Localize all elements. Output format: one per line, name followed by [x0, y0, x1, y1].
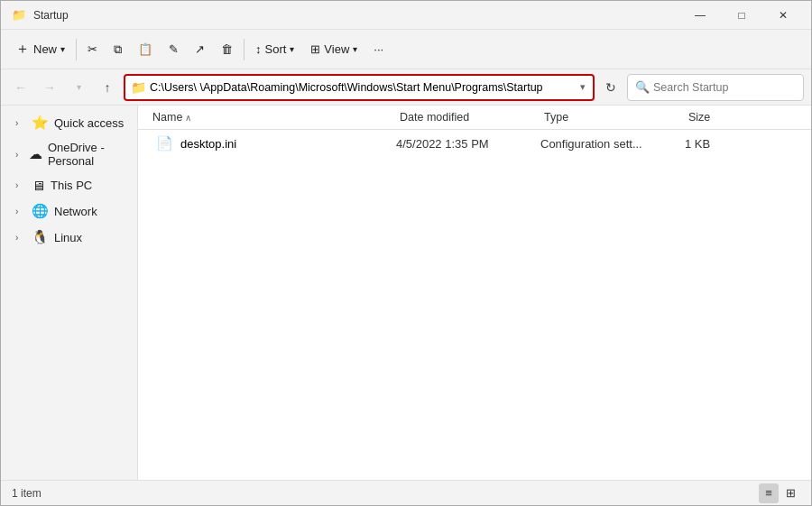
col-header-date[interactable]: Date modified: [400, 109, 544, 125]
linux-icon: 🐧: [32, 229, 49, 245]
expand-arrow-icon: ›: [15, 118, 26, 128]
sort-ascending-icon: ∧: [185, 113, 191, 123]
sidebar-item-label: This PC: [51, 179, 92, 192]
item-count: 1 item: [12, 487, 42, 500]
quick-access-icon: ⭐: [32, 115, 49, 131]
forward-button[interactable]: →: [37, 75, 62, 100]
address-input-wrap[interactable]: 📁 C:\Users\ \AppData\Roaming\Microsoft\W…: [124, 74, 595, 101]
new-button[interactable]: ＋ New ▾: [8, 34, 72, 65]
onedrive-icon: ☁: [29, 146, 42, 162]
window-controls: — □ ✕: [679, 1, 804, 30]
file-list: 📄 desktop.ini 4/5/2022 1:35 PM Configura…: [138, 130, 811, 480]
maximize-button[interactable]: □: [721, 1, 762, 30]
share-button[interactable]: ↗: [188, 34, 212, 65]
copy-button[interactable]: ⧉: [106, 34, 129, 65]
file-name-text: desktop.ini: [180, 137, 236, 151]
file-size: 1 KB: [685, 137, 757, 151]
sidebar-item-label: OneDrive - Personal: [48, 141, 126, 168]
search-icon: 🔍: [635, 80, 650, 94]
up-button[interactable]: ↑: [95, 75, 120, 100]
view-label: View: [324, 42, 349, 56]
close-button[interactable]: ✕: [762, 1, 804, 30]
grid-view-button[interactable]: ⊞: [780, 483, 800, 503]
table-row[interactable]: 📄 desktop.ini 4/5/2022 1:35 PM Configura…: [142, 133, 807, 154]
sidebar-item-label: Network: [54, 205, 97, 218]
sort-label: Sort: [265, 42, 287, 56]
expand-arrow-icon: ›: [15, 233, 26, 243]
sidebar-item-onedrive[interactable]: › ☁ OneDrive - Personal: [5, 136, 134, 172]
expand-arrow-icon: ›: [15, 180, 26, 190]
minimize-button[interactable]: —: [679, 1, 721, 30]
window-title: Startup: [33, 9, 69, 22]
network-icon: 🌐: [32, 203, 49, 219]
file-name: 📄 desktop.ini: [156, 135, 396, 152]
view-icon: ⊞: [310, 42, 320, 56]
sidebar-item-linux[interactable]: › 🐧 Linux: [5, 225, 134, 250]
sort-icon: ↕: [255, 42, 262, 56]
refresh-button[interactable]: ↻: [598, 75, 623, 100]
col-header-name[interactable]: Name ∧: [152, 109, 400, 125]
sidebar-item-this-pc[interactable]: › 🖥 This PC: [5, 173, 134, 198]
toolbar: ＋ New ▾ ✂ ⧉ 📋 ✎ ↗ 🗑 ↕ Sort ▾ ⊞ View ▾ ··…: [1, 30, 811, 69]
delete-button[interactable]: 🗑: [214, 34, 240, 65]
view-button[interactable]: ⊞ View ▾: [303, 34, 364, 65]
sort-button[interactable]: ↕ Sort ▾: [248, 34, 301, 65]
address-path: C:\Users\ \AppData\Roaming\Microsoft\Win…: [150, 81, 575, 94]
address-bar: ← → ▾ ↑ 📁 C:\Users\ \AppData\Roaming\Mic…: [1, 69, 811, 106]
rename-icon: ✎: [169, 42, 179, 56]
content-area: Name ∧ Date modified Type Size 📄 desktop…: [138, 106, 811, 480]
recent-button[interactable]: ▾: [66, 75, 91, 100]
more-icon: ···: [374, 42, 383, 56]
address-chevron-icon[interactable]: ▾: [578, 79, 587, 95]
column-headers: Name ∧ Date modified Type Size: [138, 106, 811, 130]
file-type: Configuration sett...: [540, 137, 685, 151]
col-header-size[interactable]: Size: [688, 109, 761, 125]
sidebar-item-network[interactable]: › 🌐 Network: [5, 198, 134, 224]
title-bar: 📁 Startup — □ ✕: [1, 1, 811, 30]
sidebar-item-label: Linux: [54, 231, 82, 244]
view-chevron-icon: ▾: [353, 44, 357, 54]
search-wrap[interactable]: 🔍: [627, 74, 804, 101]
new-label: New: [33, 42, 57, 56]
search-input[interactable]: [653, 81, 796, 94]
new-chevron-icon: ▾: [60, 44, 65, 54]
share-icon: ↗: [195, 42, 205, 56]
paste-button[interactable]: 📋: [131, 34, 160, 65]
sidebar-item-label: Quick access: [54, 116, 124, 130]
more-button[interactable]: ···: [366, 34, 391, 65]
this-pc-icon: 🖥: [32, 178, 45, 193]
separator-1: [76, 39, 77, 60]
cut-icon: ✂: [88, 42, 97, 56]
col-size-label: Size: [688, 111, 710, 124]
folder-icon: 📁: [131, 80, 146, 95]
copy-icon: ⧉: [114, 42, 122, 57]
new-icon: ＋: [15, 40, 30, 59]
status-bar: 1 item ≡ ⊞: [1, 480, 811, 505]
rename-button[interactable]: ✎: [161, 34, 186, 65]
col-type-label: Type: [544, 111, 568, 124]
sidebar: › ⭐ Quick access › ☁ OneDrive - Personal…: [1, 106, 138, 480]
delete-icon: 🗑: [221, 42, 233, 56]
expand-arrow-icon: ›: [15, 207, 26, 216]
sort-chevron-icon: ▾: [290, 44, 294, 54]
back-button[interactable]: ←: [8, 75, 33, 100]
expand-arrow-icon: ›: [15, 150, 23, 160]
window-icon: 📁: [12, 8, 26, 23]
separator-2: [244, 39, 245, 60]
view-buttons: ≡ ⊞: [759, 483, 800, 503]
sidebar-item-quick-access[interactable]: › ⭐ Quick access: [5, 110, 134, 135]
col-date-label: Date modified: [400, 111, 469, 124]
paste-icon: 📋: [138, 42, 152, 56]
col-name-label: Name: [152, 111, 182, 124]
col-header-extra: [761, 109, 797, 125]
list-view-button[interactable]: ≡: [759, 483, 779, 503]
cut-button[interactable]: ✂: [80, 34, 105, 65]
file-icon: 📄: [156, 135, 173, 152]
title-bar-left: 📁 Startup: [12, 8, 69, 23]
file-date: 4/5/2022 1:35 PM: [396, 137, 540, 151]
main-layout: › ⭐ Quick access › ☁ OneDrive - Personal…: [1, 106, 811, 480]
col-header-type[interactable]: Type: [544, 109, 688, 125]
